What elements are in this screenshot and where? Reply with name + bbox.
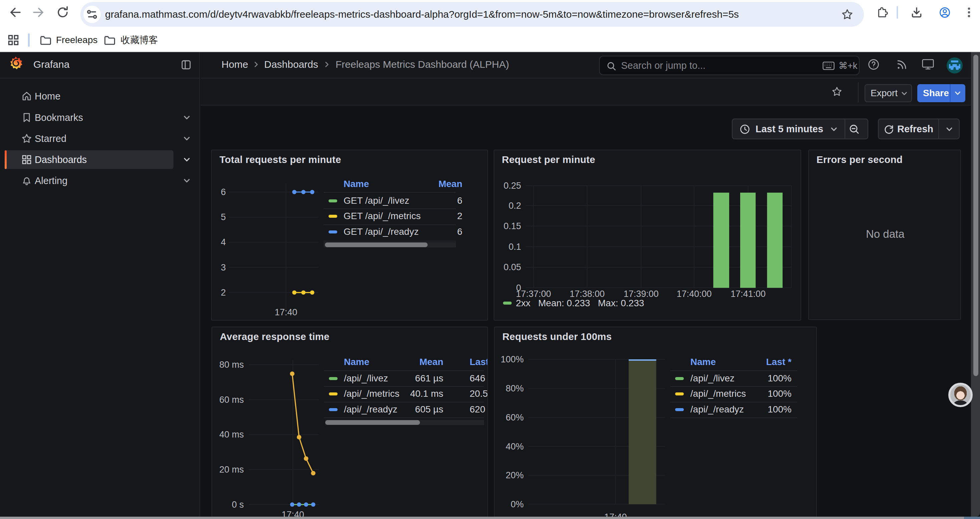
svg-text:80%: 80% (506, 383, 524, 393)
svg-text:80 ms: 80 ms (219, 360, 244, 370)
svg-text:60 ms: 60 ms (219, 395, 244, 405)
svg-text:0%: 0% (511, 499, 524, 509)
svg-text:0.15: 0.15 (503, 221, 521, 231)
svg-text:40 ms: 40 ms (219, 430, 244, 439)
svg-text:20 ms: 20 ms (219, 465, 244, 474)
svg-text:100%: 100% (501, 355, 524, 364)
svg-text:6: 6 (221, 187, 226, 197)
svg-text:20%: 20% (506, 470, 524, 480)
svg-text:0.05: 0.05 (503, 262, 521, 272)
svg-text:0.1: 0.1 (508, 242, 521, 252)
svg-text:0.2: 0.2 (508, 201, 521, 211)
svg-text:40%: 40% (506, 442, 524, 452)
svg-text:4: 4 (221, 237, 226, 247)
svg-text:2: 2 (221, 287, 226, 297)
svg-text:17:40:00: 17:40:00 (676, 289, 711, 299)
svg-text:60%: 60% (506, 412, 524, 423)
svg-text:17:40: 17:40 (275, 307, 298, 317)
svg-text:0 s: 0 s (232, 500, 244, 509)
svg-text:0.25: 0.25 (503, 181, 521, 191)
svg-text:5: 5 (221, 212, 226, 222)
svg-text:17:41:00: 17:41:00 (730, 289, 765, 299)
svg-text:3: 3 (221, 262, 226, 273)
